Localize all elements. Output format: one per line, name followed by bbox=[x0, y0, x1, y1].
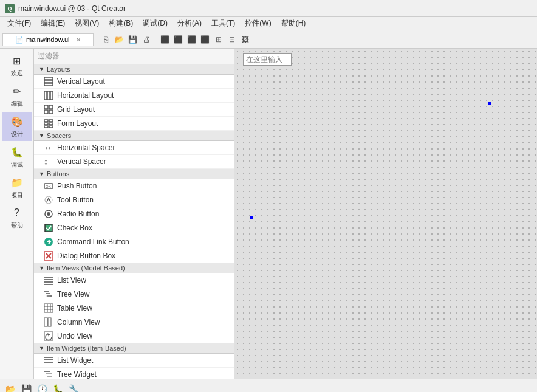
vertical-layout-label: Vertical Layout bbox=[57, 77, 105, 86]
toolbar-image-icon[interactable]: 🖼 bbox=[239, 33, 251, 46]
sidebar-item-project[interactable]: 📁 项目 bbox=[2, 173, 32, 202]
design-icon: 🎨 bbox=[10, 114, 24, 129]
bottom-btn-debug[interactable]: 🐛 bbox=[51, 382, 64, 393]
section-buttons-label: Buttons bbox=[47, 170, 69, 177]
bottom-btn-settings[interactable]: 🔧 bbox=[67, 382, 80, 393]
section-buttons[interactable]: ▼ Buttons bbox=[34, 169, 234, 179]
svg-rect-2 bbox=[44, 83, 53, 86]
svg-rect-34 bbox=[44, 304, 53, 312]
undo-view-icon bbox=[44, 331, 53, 341]
svg-rect-47 bbox=[47, 376, 52, 377]
svg-rect-39 bbox=[44, 318, 47, 326]
widget-list-view[interactable]: List View bbox=[34, 273, 234, 287]
toolbar-copy-icon[interactable]: ⎘ bbox=[100, 33, 112, 46]
widget-push-button[interactable]: OK Push Button bbox=[34, 179, 234, 193]
horizontal-layout-icon bbox=[44, 91, 53, 100]
widget-dialog-button-box[interactable]: Dialog Button Box bbox=[34, 249, 234, 263]
list-view-label: List View bbox=[57, 276, 86, 284]
grid-layout-label: Grid Layout bbox=[57, 105, 95, 114]
widget-list-widget[interactable]: List Widget bbox=[34, 354, 234, 368]
filter-label: 过滤器 bbox=[38, 52, 60, 60]
toolbar-align4-icon[interactable]: ⬛ bbox=[199, 33, 211, 46]
toolbar-print-icon[interactable]: 🖨 bbox=[140, 33, 152, 46]
menu-analyze[interactable]: 分析(A) bbox=[173, 17, 207, 30]
svg-rect-13 bbox=[49, 123, 53, 125]
welcome-icon: ⊞ bbox=[10, 53, 24, 68]
toolbar-folder-icon[interactable]: 📂 bbox=[114, 33, 126, 46]
file-tab[interactable]: 📄 mainwindow.ui ✕ bbox=[2, 33, 94, 46]
section-spacers[interactable]: ▼ Spacers bbox=[34, 131, 234, 141]
sidebar-item-design[interactable]: 🎨 设计 bbox=[2, 112, 32, 141]
close-tab-icon[interactable]: ✕ bbox=[76, 36, 81, 43]
undo-view-label: Undo View bbox=[57, 332, 92, 340]
sidebar-item-welcome[interactable]: ⊞ 欢迎 bbox=[2, 51, 32, 80]
check-box-label: Check Box bbox=[57, 224, 92, 232]
canvas-text-input[interactable] bbox=[243, 53, 292, 66]
help-icon: ? bbox=[10, 205, 24, 220]
chevron-icon: ▼ bbox=[39, 66, 44, 72]
form-layout-label: Form Layout bbox=[57, 119, 98, 128]
widget-tree-widget[interactable]: Tree Widget bbox=[34, 368, 234, 379]
widget-column-view[interactable]: Column View bbox=[34, 315, 234, 329]
widget-radio-button[interactable]: Radio Button bbox=[34, 207, 234, 221]
svg-text:↔: ↔ bbox=[44, 143, 52, 153]
svg-rect-9 bbox=[49, 110, 53, 114]
widget-command-link-button[interactable]: Command Link Button bbox=[34, 235, 234, 249]
menu-edit[interactable]: 编辑(E) bbox=[36, 17, 70, 30]
table-view-label: Table View bbox=[57, 304, 92, 312]
horizontal-layout-label: Horizontal Layout bbox=[57, 91, 114, 100]
widget-form-layout[interactable]: Form Layout bbox=[34, 117, 234, 131]
widget-panel: 过滤器 ▼ Layouts Vertical Layout bbox=[34, 49, 234, 379]
section-item-widgets[interactable]: ▼ Item Widgets (Item-Based) bbox=[34, 343, 234, 354]
sidebar-item-help[interactable]: ? 帮助 bbox=[2, 203, 32, 232]
section-item-views[interactable]: ▼ Item Views (Model-Based) bbox=[34, 263, 234, 273]
sidebar-label-welcome: 欢迎 bbox=[11, 69, 23, 78]
svg-rect-1 bbox=[44, 80, 53, 83]
bottom-btn-history[interactable]: 🕐 bbox=[35, 382, 49, 393]
dialog-button-box-icon bbox=[44, 251, 53, 261]
widget-vertical-layout[interactable]: Vertical Layout bbox=[34, 75, 234, 89]
widget-tree-view[interactable]: Tree View bbox=[34, 287, 234, 301]
svg-rect-28 bbox=[44, 281, 53, 283]
toolbar-grid2-icon[interactable]: ⊟ bbox=[226, 33, 238, 46]
widget-grid-layout[interactable]: Grid Layout bbox=[34, 103, 234, 117]
tree-view-label: Tree View bbox=[57, 290, 89, 298]
widget-list: ▼ Layouts Vertical Layout bbox=[34, 64, 234, 379]
widget-undo-view[interactable]: Undo View bbox=[34, 329, 234, 343]
menu-file[interactable]: 文件(F) bbox=[2, 17, 36, 30]
menu-debug[interactable]: 调试(D) bbox=[138, 17, 173, 30]
widget-horizontal-spacer[interactable]: ↔ Horizontal Spacer bbox=[34, 141, 234, 155]
menu-help[interactable]: 帮助(H) bbox=[276, 17, 311, 30]
menu-tools[interactable]: 工具(T) bbox=[207, 17, 240, 30]
table-view-icon bbox=[44, 303, 53, 313]
tree-view-icon bbox=[44, 289, 53, 299]
toolbar-align1-icon[interactable]: ⬛ bbox=[159, 33, 171, 46]
sidebar-item-debug[interactable]: 🐛 调试 bbox=[2, 142, 32, 171]
toolbar-align2-icon[interactable]: ⬛ bbox=[173, 33, 185, 46]
menu-view[interactable]: 视图(V) bbox=[70, 17, 104, 30]
menu-widgets[interactable]: 控件(W) bbox=[240, 17, 276, 30]
chevron-spacers-icon: ▼ bbox=[39, 132, 44, 139]
widget-table-view[interactable]: Table View bbox=[34, 301, 234, 315]
toolbar-save-icon[interactable]: 💾 bbox=[127, 33, 139, 46]
widget-horizontal-layout[interactable]: Horizontal Layout bbox=[34, 89, 234, 103]
vertical-layout-icon bbox=[44, 77, 53, 86]
menu-build[interactable]: 构建(B) bbox=[104, 17, 138, 30]
sidebar-item-edit[interactable]: ✏ 编辑 bbox=[2, 81, 32, 111]
canvas-area[interactable] bbox=[234, 49, 537, 379]
toolbar-align3-icon[interactable]: ⬛ bbox=[186, 33, 198, 46]
section-layouts[interactable]: ▼ Layouts bbox=[34, 64, 234, 75]
chevron-item-views-icon: ▼ bbox=[39, 265, 44, 271]
toolbar-grid1-icon[interactable]: ⊞ bbox=[213, 33, 225, 46]
svg-rect-27 bbox=[44, 279, 53, 280]
toolbar-separator2 bbox=[156, 33, 156, 46]
widget-vertical-spacer[interactable]: ↕ Vertical Spacer bbox=[34, 155, 234, 169]
bottom-btn-open[interactable]: 📂 bbox=[4, 382, 17, 393]
selection-dot-2 bbox=[250, 216, 253, 219]
widget-check-box[interactable]: Check Box bbox=[34, 221, 234, 235]
widget-tool-button[interactable]: Tool Button bbox=[34, 193, 234, 207]
edit-icon: ✏ bbox=[10, 84, 24, 98]
bottom-btn-save[interactable]: 💾 bbox=[19, 382, 33, 393]
svg-rect-5 bbox=[50, 91, 53, 100]
svg-text:OK: OK bbox=[46, 185, 51, 188]
